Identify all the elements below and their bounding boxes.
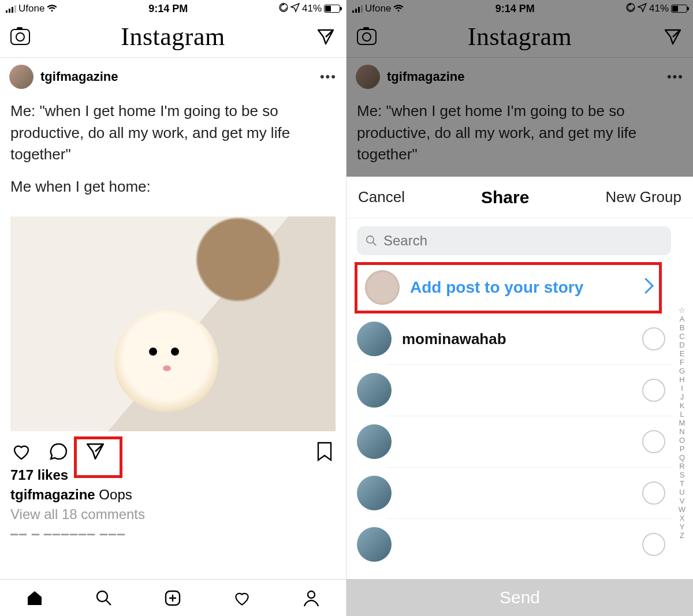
alphabet-index[interactable]: ☆ABCDEFGHIJKLMNOPQRSTUVWXYZ	[675, 306, 690, 536]
contact-row[interactable]	[387, 468, 672, 519]
index-letter[interactable]: E	[680, 349, 685, 358]
post-username[interactable]: tgifmagazine	[387, 69, 660, 84]
select-radio[interactable]	[642, 533, 665, 556]
view-comments-link[interactable]: View all 18 comments	[10, 506, 336, 522]
battery-pct: 41%	[302, 3, 322, 14]
like-button[interactable]	[10, 440, 32, 462]
contact-name: mominawahab	[402, 330, 632, 348]
avatar[interactable]	[9, 65, 33, 89]
contact-row[interactable]	[387, 416, 672, 468]
search-icon	[365, 234, 378, 247]
rotation-lock-icon	[626, 3, 635, 15]
instagram-logo: Instagram	[468, 22, 572, 51]
direct-messages-button[interactable]	[663, 27, 683, 47]
search-icon	[95, 589, 113, 607]
phone-feed: Ufone 9:14 PM 41% Instagram	[0, 0, 346, 616]
index-letter[interactable]: P	[680, 445, 685, 453]
index-letter[interactable]: X	[680, 514, 685, 522]
select-radio[interactable]	[642, 481, 665, 505]
post-meta: 717 likes tgifmagazine Oops View all 18 …	[0, 465, 346, 522]
save-button[interactable]	[314, 440, 336, 462]
tab-profile[interactable]	[277, 589, 346, 607]
index-letter[interactable]: K	[680, 401, 685, 410]
tab-new-post[interactable]	[139, 589, 208, 607]
share-button[interactable]	[84, 440, 106, 462]
caption-line-2: Me when I get home:	[10, 176, 336, 198]
location-icon	[638, 3, 647, 15]
index-letter[interactable]: L	[680, 410, 684, 419]
index-letter[interactable]: N	[679, 427, 684, 436]
share-title: Share	[481, 188, 529, 207]
index-letter[interactable]: Z	[680, 531, 684, 540]
tab-search[interactable]	[69, 589, 139, 607]
tab-home[interactable]	[0, 589, 69, 607]
camera-icon	[357, 29, 377, 45]
send-button[interactable]: Send	[346, 579, 693, 616]
avatar	[357, 527, 392, 562]
post-options-button[interactable]: •••	[320, 69, 337, 84]
post-options-button[interactable]: •••	[667, 69, 684, 84]
caption-body: Oops	[99, 487, 132, 502]
share-sheet-header: Cancel Share New Group	[346, 177, 693, 218]
camera-button[interactable]	[10, 27, 30, 47]
caption-username[interactable]: tgifmagazine	[10, 487, 95, 502]
post-username[interactable]: tgifmagazine	[40, 69, 313, 84]
app-header: Instagram	[346, 16, 693, 58]
index-letter[interactable]: J	[680, 393, 684, 401]
share-sheet: Cancel Share New Group Add post to your …	[346, 177, 693, 616]
index-letter[interactable]: G	[679, 367, 685, 375]
home-icon	[25, 589, 44, 607]
index-letter[interactable]: S	[680, 471, 685, 479]
contact-row[interactable]	[387, 365, 672, 416]
cancel-button[interactable]: Cancel	[358, 188, 405, 206]
phone-share-sheet: Ufone 9:14 PM 41% Instagram tgifmagazine…	[346, 0, 693, 616]
camera-button[interactable]	[357, 27, 377, 47]
plus-square-icon	[163, 589, 182, 607]
likes-count[interactable]: 717 likes	[10, 467, 336, 483]
index-letter[interactable]: A	[680, 315, 685, 323]
svg-point-5	[367, 236, 374, 243]
index-letter[interactable]: I	[681, 384, 683, 393]
add-to-story-label: Add post to your story	[410, 278, 633, 297]
index-letter[interactable]: ☆	[679, 306, 685, 315]
comment-button[interactable]	[47, 440, 69, 462]
avatar[interactable]	[356, 65, 380, 89]
index-letter[interactable]: O	[679, 436, 685, 445]
tab-activity[interactable]	[207, 589, 277, 607]
index-letter[interactable]: Q	[679, 453, 685, 462]
speech-bubble-icon	[48, 441, 69, 462]
signal-icon	[6, 5, 16, 13]
rotation-lock-icon	[279, 3, 288, 15]
index-letter[interactable]: T	[680, 479, 684, 488]
index-letter[interactable]: H	[679, 375, 684, 384]
index-letter[interactable]: W	[679, 505, 685, 514]
index-letter[interactable]: V	[680, 496, 685, 505]
wifi-icon	[47, 5, 57, 13]
paper-plane-icon	[316, 28, 335, 46]
select-radio[interactable]	[642, 379, 665, 402]
paper-plane-icon	[85, 442, 105, 461]
index-letter[interactable]: Y	[680, 522, 685, 531]
add-to-story-row[interactable]: Add post to your story	[355, 262, 662, 313]
index-letter[interactable]: D	[679, 341, 684, 349]
index-letter[interactable]: F	[680, 358, 684, 367]
direct-messages-button[interactable]	[316, 27, 336, 47]
index-letter[interactable]: U	[679, 488, 684, 496]
select-radio[interactable]	[642, 430, 665, 453]
status-bar: Ufone 9:14 PM 41%	[346, 0, 693, 16]
chevron-right-icon	[643, 277, 655, 299]
index-letter[interactable]: B	[680, 323, 685, 332]
index-letter[interactable]: M	[679, 419, 685, 427]
svg-point-1	[97, 591, 107, 602]
post-image[interactable]	[10, 216, 336, 431]
search-input[interactable]	[383, 233, 663, 249]
contact-row[interactable]: mominawahab	[387, 313, 672, 365]
caption-line-1: Me: "when I get home I'm going to be so …	[10, 100, 336, 166]
index-letter[interactable]: R	[679, 462, 684, 471]
index-letter[interactable]: C	[679, 332, 684, 341]
new-group-button[interactable]: New Group	[605, 188, 681, 206]
select-radio[interactable]	[642, 327, 665, 350]
contact-row[interactable]	[387, 519, 672, 570]
search-field[interactable]	[357, 226, 671, 255]
share-list: Add post to your story mominawahab	[346, 260, 693, 579]
